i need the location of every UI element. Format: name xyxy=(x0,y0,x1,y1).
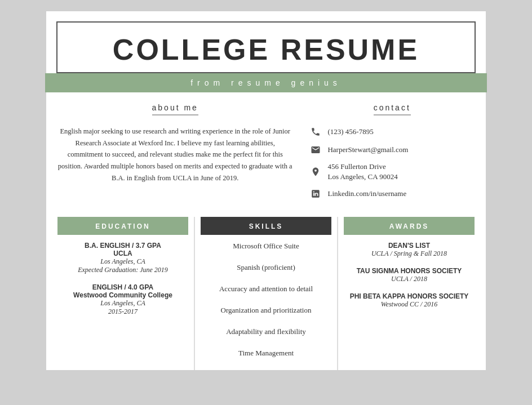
contact-section: contact (123) 456-7895 HarperStewart@gma… xyxy=(304,92,475,206)
awards-heading: AWARDS xyxy=(389,222,429,230)
award-entry-2: PHI BETA KAPPA HONORS SOCIETY Westwood C… xyxy=(344,292,475,309)
skill-4: Adaptability and flexibility xyxy=(201,327,331,336)
contact-heading: contact xyxy=(374,103,411,115)
edu-school-1: Westwood Community College xyxy=(57,291,188,299)
about-heading: about me xyxy=(152,103,198,115)
skill-0: Microsoft Office Suite xyxy=(201,242,331,251)
about-text: English major seeking to use research an… xyxy=(57,126,292,184)
award-entry-0: DEAN'S LIST UCLA / Spring & Fall 2018 xyxy=(344,242,475,258)
award-name-2: PHI BETA KAPPA HONORS SOCIETY xyxy=(344,292,475,300)
edu-degree-1: ENGLISH / 4.0 GPA xyxy=(57,283,188,291)
awards-col: AWARDS DEAN'S LIST UCLA / Spring & Fall … xyxy=(338,217,475,370)
phone-icon xyxy=(309,126,322,138)
contact-phone-text: (123) 456-7895 xyxy=(327,127,373,137)
edu-school-0: UCLA xyxy=(57,250,188,257)
awards-header: AWARDS xyxy=(344,217,475,235)
resume-title: COLLEGE RESUME xyxy=(63,33,469,66)
education-col: EDUCATION B.A. ENGLISH / 3.7 GPA UCLA Lo… xyxy=(57,217,195,370)
education-heading: EDUCATION xyxy=(95,222,150,230)
edu-degree-0: B.A. ENGLISH / 3.7 GPA xyxy=(57,242,188,250)
award-detail-2: Westwood CC / 2016 xyxy=(344,300,475,309)
skill-1: Spanish (proficient) xyxy=(201,263,331,272)
contact-address-item: 456 Fullerton Drive Los Angeles, CA 9002… xyxy=(309,162,475,182)
edu-entry-1: ENGLISH / 4.0 GPA Westwood Community Col… xyxy=(57,283,188,316)
green-banner: from Resume Genius xyxy=(45,73,487,92)
skills-col: SKILLS Microsoft Office Suite Spanish (p… xyxy=(195,217,338,370)
award-name-1: TAU SIGNMA HONORS SOCIETY xyxy=(344,267,475,275)
header-box: COLLEGE RESUME xyxy=(56,21,476,73)
skills-header: SKILLS xyxy=(201,217,331,235)
three-col-section: EDUCATION B.A. ENGLISH / 3.7 GPA UCLA Lo… xyxy=(57,217,475,370)
award-entry-1: TAU SIGNMA HONORS SOCIETY UCLA / 2018 xyxy=(344,267,475,283)
skills-heading: SKILLS xyxy=(249,222,283,230)
resume-page: COLLEGE RESUME from Resume Genius about … xyxy=(46,11,486,370)
edu-entry-0: B.A. ENGLISH / 3.7 GPA UCLA Los Angeles,… xyxy=(57,242,188,274)
award-detail-0: UCLA / Spring & Fall 2018 xyxy=(344,250,475,258)
award-name-0: DEAN'S LIST xyxy=(344,242,475,250)
about-heading-wrap: about me xyxy=(57,103,292,119)
email-icon xyxy=(309,144,322,156)
linkedin-icon xyxy=(309,188,322,200)
contact-heading-wrap: contact xyxy=(309,103,475,119)
contact-address-text: 456 Fullerton Drive Los Angeles, CA 9002… xyxy=(327,162,397,182)
contact-phone-item: (123) 456-7895 xyxy=(309,126,475,138)
skill-3: Organization and prioritization xyxy=(201,306,331,315)
edu-location-0: Los Angeles, CA xyxy=(57,257,188,266)
contact-linkedin-item: Linkedin.com/in/username xyxy=(309,188,475,200)
award-detail-1: UCLA / 2018 xyxy=(344,275,475,283)
skill-5: Time Management xyxy=(201,349,331,358)
education-header: EDUCATION xyxy=(57,217,188,235)
edu-date-0: Expected Graduation: June 2019 xyxy=(57,266,188,274)
banner-text: from Resume Genius xyxy=(190,78,342,87)
contact-email-item: HarperStewart@gmail.com xyxy=(309,144,475,156)
skill-2: Accuracy and attention to detail xyxy=(201,284,331,293)
contact-email-text: HarperStewart@gmail.com xyxy=(327,145,408,155)
edu-location-1: Los Angeles, CA xyxy=(57,299,188,308)
location-icon xyxy=(309,166,322,178)
contact-linkedin-text: Linkedin.com/in/username xyxy=(327,189,406,199)
main-two-col: about me English major seeking to use re… xyxy=(46,92,486,206)
about-section: about me English major seeking to use re… xyxy=(57,92,292,206)
edu-date-1: 2015-2017 xyxy=(57,308,188,316)
